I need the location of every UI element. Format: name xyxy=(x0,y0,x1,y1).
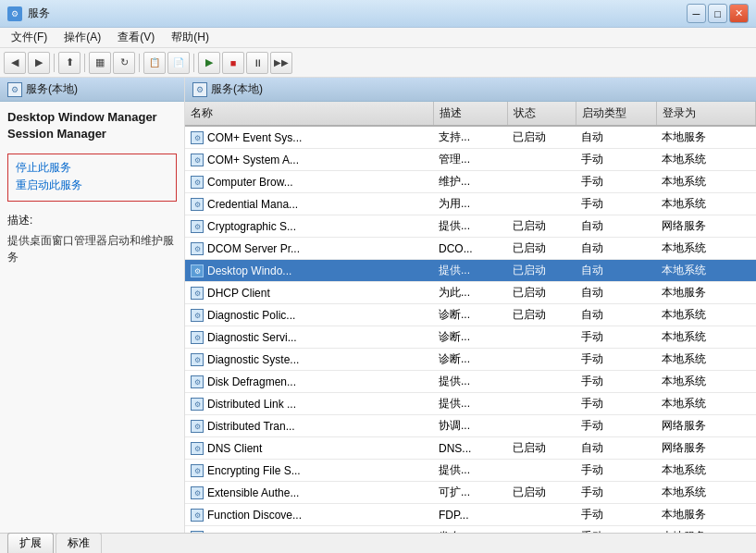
cell-status xyxy=(507,149,576,171)
cell-name: ⚙DHCP Client xyxy=(185,282,433,304)
cell-desc: 诊断... xyxy=(433,326,507,349)
service-row-icon: ⚙ xyxy=(191,220,204,233)
refresh-button[interactable]: ↻ xyxy=(113,52,135,74)
cell-status: 已启动 xyxy=(507,304,576,326)
close-button[interactable]: ✕ xyxy=(729,4,749,23)
service-row-icon: ⚙ xyxy=(191,464,204,477)
cell-name: ⚙Extensible Authe... xyxy=(185,482,433,504)
show-hide-button[interactable]: ▦ xyxy=(89,52,111,74)
table-row[interactable]: ⚙Encrypting File S...提供...手动本地系统 xyxy=(185,460,756,482)
table-row[interactable]: ⚙Extensible Authe...可扩...已启动手动本地系统 xyxy=(185,482,756,504)
cell-startup: 自动 xyxy=(576,437,656,460)
cell-desc: 诊断... xyxy=(433,349,507,371)
table-row[interactable]: ⚙Distributed Tran...协调...手动网络服务 xyxy=(185,415,756,437)
cell-status: 已启动 xyxy=(507,215,576,238)
title-bar: ⚙ 服务 ─ □ ✕ xyxy=(0,0,756,28)
app-icon: ⚙ xyxy=(7,6,22,21)
table-row[interactable]: ⚙Computer Brow...维护...手动本地系统 xyxy=(185,171,756,193)
table-row[interactable]: ⚙Credential Mana...为用...手动本地系统 xyxy=(185,193,756,215)
stop-service-link[interactable]: 停止此服务 xyxy=(16,160,168,176)
cell-desc: 提供... xyxy=(433,393,507,415)
menu-view[interactable]: 查看(V) xyxy=(110,28,162,47)
restart-service-link[interactable]: 重启动此服务 xyxy=(16,178,168,193)
table-row[interactable]: ⚙Function Discove...发布...手动本地服务 xyxy=(185,526,756,534)
table-row[interactable]: ⚙Disk Defragmen...提供...手动本地系统 xyxy=(185,371,756,393)
col-startup[interactable]: 启动类型 xyxy=(576,102,656,126)
cell-logon: 本地系统 xyxy=(656,349,755,371)
cell-name: ⚙Diagnostic Polic... xyxy=(185,304,433,326)
cell-logon: 本地系统 xyxy=(656,238,755,260)
pause-button[interactable]: ⏸ xyxy=(246,52,268,74)
col-logon[interactable]: 登录为 xyxy=(656,102,755,126)
back-button[interactable]: ◀ xyxy=(4,52,26,74)
tab-extended[interactable]: 扩展 xyxy=(7,533,54,553)
service-icon-left: ⚙ xyxy=(7,82,22,97)
tab-standard[interactable]: 标准 xyxy=(56,533,102,553)
cell-status xyxy=(507,371,576,393)
table-header-row: 名称 描述 状态 启动类型 登录为 xyxy=(185,102,756,126)
table-row[interactable]: ⚙DHCP Client为此...已启动自动本地服务 xyxy=(185,282,756,304)
right-panel-title: 服务(本地) xyxy=(211,81,263,97)
table-row[interactable]: ⚙Diagnostic Servi...诊断...手动本地系统 xyxy=(185,326,756,349)
cell-status: 已启动 xyxy=(507,282,576,304)
main-area: ⚙ 服务(本地) Desktop Window Manager Session … xyxy=(0,78,756,533)
cell-status xyxy=(507,415,576,437)
properties-button[interactable]: 📄 xyxy=(167,52,190,74)
table-row[interactable]: ⚙DNS ClientDNS...已启动自动网络服务 xyxy=(185,437,756,460)
start-button[interactable]: ▶ xyxy=(198,52,220,74)
maximize-button[interactable]: □ xyxy=(708,4,727,23)
cell-name: ⚙Desktop Windo... xyxy=(185,260,433,282)
table-row[interactable]: ⚙Distributed Link ...提供...手动本地系统 xyxy=(185,393,756,415)
col-name[interactable]: 名称 xyxy=(185,102,433,126)
cell-status: 已启动 xyxy=(507,260,576,282)
cell-logon: 本地系统 xyxy=(656,304,755,326)
window-controls: ─ □ ✕ xyxy=(687,4,749,23)
table-container[interactable]: 名称 描述 状态 启动类型 登录为 ⚙COM+ Event Sys...支持..… xyxy=(185,102,756,533)
col-desc[interactable]: 描述 xyxy=(433,102,507,126)
cell-name: ⚙DNS Client xyxy=(185,437,433,460)
cell-desc: 发布... xyxy=(433,526,507,534)
service-row-icon: ⚙ xyxy=(191,331,204,344)
col-status[interactable]: 状态 xyxy=(507,102,576,126)
cell-status xyxy=(507,504,576,526)
table-row[interactable]: ⚙COM+ System A...管理...手动本地系统 xyxy=(185,149,756,171)
cell-startup: 自动 xyxy=(576,238,656,260)
export-button[interactable]: 📋 xyxy=(143,52,166,74)
cell-desc: 管理... xyxy=(433,149,507,171)
cell-logon: 本地服务 xyxy=(656,504,755,526)
cell-name: ⚙Distributed Tran... xyxy=(185,415,433,437)
table-row[interactable]: ⚙Cryptographic S...提供...已启动自动网络服务 xyxy=(185,215,756,238)
stop-button[interactable]: ■ xyxy=(222,52,244,74)
table-row[interactable]: ⚙Diagnostic Polic...诊断...已启动自动本地系统 xyxy=(185,304,756,326)
service-icon-right: ⚙ xyxy=(192,82,207,97)
table-row[interactable]: ⚙Diagnostic Syste...诊断...手动本地系统 xyxy=(185,349,756,371)
menu-action[interactable]: 操作(A) xyxy=(56,28,108,47)
table-row[interactable]: ⚙DCOM Server Pr...DCO...已启动自动本地系统 xyxy=(185,238,756,260)
forward-button[interactable]: ▶ xyxy=(28,52,50,74)
cell-name: ⚙Encrypting File S... xyxy=(185,460,433,482)
action-links-box: 停止此服务 重启动此服务 xyxy=(7,154,177,202)
table-row[interactable]: ⚙Function Discove...FDP...手动本地服务 xyxy=(185,504,756,526)
description-label: 描述: xyxy=(7,213,177,228)
cell-name: ⚙Function Discove... xyxy=(185,526,433,534)
minimize-button[interactable]: ─ xyxy=(687,4,706,23)
menu-help[interactable]: 帮助(H) xyxy=(164,28,217,47)
cell-startup: 手动 xyxy=(576,504,656,526)
service-row-icon: ⚙ xyxy=(191,442,204,455)
cell-name: ⚙COM+ Event Sys... xyxy=(185,126,433,149)
cell-name: ⚙Computer Brow... xyxy=(185,171,433,193)
table-row[interactable]: ⚙Desktop Windo...提供...已启动自动本地系统 xyxy=(185,260,756,282)
resume-button[interactable]: ▶▶ xyxy=(270,52,292,74)
up-button[interactable]: ⬆ xyxy=(58,52,81,74)
cell-name: ⚙Cryptographic S... xyxy=(185,215,433,238)
cell-name: ⚙Function Discove... xyxy=(185,504,433,526)
cell-name: ⚙Disk Defragmen... xyxy=(185,371,433,393)
cell-logon: 本地系统 xyxy=(656,460,755,482)
service-row-icon: ⚙ xyxy=(191,531,204,533)
cell-startup: 自动 xyxy=(576,215,656,238)
cell-startup: 手动 xyxy=(576,349,656,371)
table-row[interactable]: ⚙COM+ Event Sys...支持...已启动自动本地服务 xyxy=(185,126,756,149)
menu-file[interactable]: 文件(F) xyxy=(4,28,55,47)
toolbar-separator-2 xyxy=(84,54,85,72)
service-row-icon: ⚙ xyxy=(191,198,204,211)
